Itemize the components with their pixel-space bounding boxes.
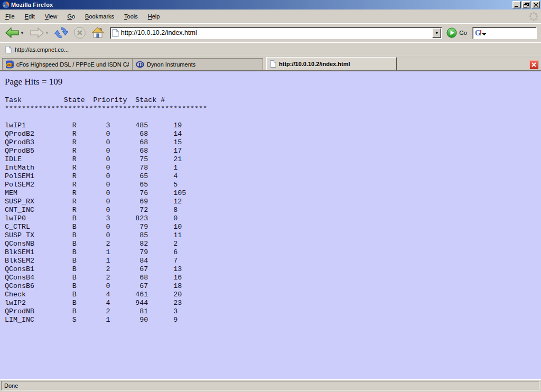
status-text: Done	[4, 382, 18, 389]
stop-button[interactable]	[72, 25, 88, 41]
home-icon	[91, 26, 104, 39]
go-button[interactable]	[446, 27, 457, 38]
url-dropdown-button[interactable]: ▼	[432, 28, 441, 38]
cfos-favicon: cFos	[6, 60, 14, 69]
menu-item-edit[interactable]: Edit	[21, 12, 39, 21]
forward-arrow-icon	[30, 27, 44, 39]
restore-button[interactable]	[522, 1, 530, 8]
close-tab-button[interactable]	[529, 60, 538, 69]
page-icon	[5, 46, 12, 53]
url-input[interactable]	[119, 29, 432, 38]
menu-item-help[interactable]: Help	[144, 12, 164, 21]
search-input[interactable]	[487, 29, 536, 36]
svg-text:cFos: cFos	[7, 63, 13, 67]
window-title: Mozilla Firefox	[11, 2, 512, 8]
google-icon[interactable]: G	[474, 29, 482, 37]
title-bar: Mozilla Firefox	[0, 0, 541, 10]
tab-dynon[interactable]: D Dynon Instruments	[133, 58, 263, 70]
page-hits-text: Page Hits = 109	[5, 77, 541, 87]
tab-label: Dynon Instruments	[147, 61, 195, 68]
page-content: Page Hits = 109 Task State Priority Stac…	[0, 71, 541, 379]
tab-label: cFos Highspeed DSL / PPPoE und ISDN CAP.…	[16, 61, 129, 68]
forward-button[interactable]: ▼	[28, 25, 51, 40]
menu-item-file[interactable]: File	[1, 12, 19, 21]
bookmarks-bar: http://as.cmpnet.co...	[0, 42, 541, 57]
page-icon	[112, 29, 119, 37]
reload-button[interactable]	[53, 24, 70, 41]
svg-text:D: D	[138, 61, 143, 68]
page-icon	[270, 60, 276, 68]
back-dropdown-caret[interactable]: ▼	[20, 31, 24, 35]
close-icon	[531, 62, 536, 67]
menu-bar: FileEditViewGoBookmarksToolsHelp	[0, 10, 541, 23]
forward-dropdown-caret[interactable]: ▼	[45, 31, 49, 35]
status-bar: Done	[0, 379, 541, 392]
search-box: G	[472, 27, 537, 39]
svg-text:G: G	[475, 29, 481, 37]
bookmark-label: http://as.cmpnet.co...	[15, 46, 69, 53]
status-panel: Done	[1, 381, 539, 390]
throbber-icon	[528, 11, 539, 22]
url-bar: ▼	[110, 27, 442, 39]
search-engine-caret[interactable]	[482, 33, 486, 36]
close-button[interactable]	[531, 1, 540, 8]
home-button[interactable]	[90, 25, 106, 41]
stop-icon	[73, 26, 86, 39]
go-label[interactable]: Go	[459, 30, 467, 36]
tab-label: http://10.0.10.2/index.html	[279, 61, 350, 67]
back-button[interactable]: ▼	[3, 25, 26, 40]
menu-item-go[interactable]: Go	[63, 12, 79, 21]
tab-index-html[interactable]: http://10.0.10.2/index.html	[266, 57, 397, 70]
reload-icon	[54, 26, 68, 40]
firefox-logo-icon	[2, 1, 10, 8]
dynon-favicon: D	[136, 60, 144, 69]
back-arrow-icon	[5, 27, 20, 39]
task-table: Task State Priority Stack # ************…	[5, 96, 541, 324]
tab-bar: cFos cFos Highspeed DSL / PPPoE und ISDN…	[0, 57, 541, 71]
bookmark-item[interactable]: http://as.cmpnet.co...	[3, 45, 71, 54]
menu-item-bookmarks[interactable]: Bookmarks	[81, 12, 118, 21]
menu-item-tools[interactable]: Tools	[120, 12, 142, 21]
navigation-toolbar: ▼ ▼	[0, 23, 541, 42]
tab-cfos[interactable]: cFos cFos Highspeed DSL / PPPoE und ISDN…	[2, 58, 133, 70]
minimize-button[interactable]	[512, 1, 521, 8]
browser-window: Mozilla Firefox FileEditViewGoBook	[0, 0, 541, 392]
menu-item-view[interactable]: View	[41, 12, 62, 21]
